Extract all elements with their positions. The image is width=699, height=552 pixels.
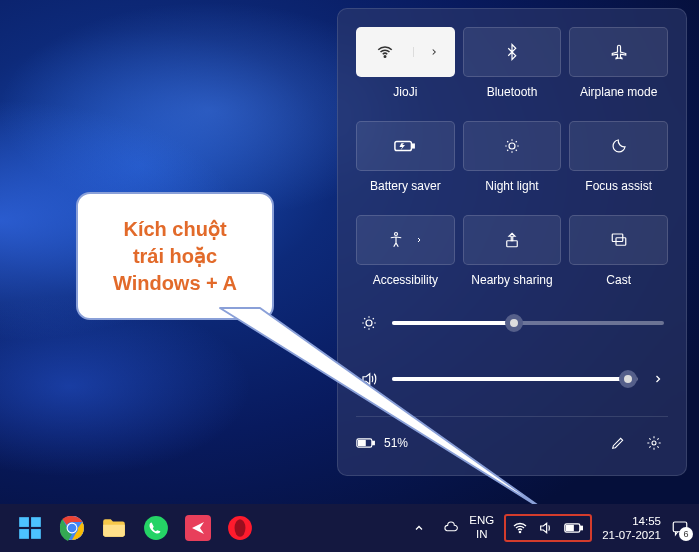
tile-nearby[interactable]: [463, 215, 562, 265]
desktop-wallpaper: JioJi Bluetooth Airplane mode Battery sa…: [0, 0, 699, 552]
callout-text-1: Kích chuột: [123, 218, 226, 240]
tile-focus[interactable]: [569, 121, 668, 171]
taskbar: ENG IN 14:55 21-07-2021 6: [0, 504, 699, 552]
svg-rect-2: [413, 144, 415, 148]
start-button[interactable]: [10, 508, 50, 548]
tile-label-focus: Focus assist: [585, 179, 652, 193]
svg-rect-17: [31, 529, 41, 539]
language-indicator[interactable]: ENG IN: [469, 514, 494, 542]
svg-rect-16: [19, 529, 29, 539]
tile-focus-wrap: Focus assist: [569, 121, 668, 193]
svg-rect-14: [19, 517, 29, 527]
whatsapp-app[interactable]: [136, 508, 176, 548]
tile-nightlight-wrap: Night light: [463, 121, 562, 193]
wifi-expand[interactable]: [413, 47, 454, 57]
tile-bluetooth[interactable]: [463, 27, 562, 77]
chevron-up-icon: [413, 522, 425, 534]
edit-button[interactable]: [604, 429, 632, 457]
svg-rect-27: [581, 526, 583, 529]
tile-label-bluetooth: Bluetooth: [487, 85, 538, 99]
notifications-button[interactable]: 6: [671, 519, 689, 537]
date-text: 21-07-2021: [602, 528, 661, 542]
svg-point-0: [384, 56, 386, 58]
send-icon: [185, 515, 211, 541]
svg-point-12: [652, 441, 656, 445]
gear-icon: [646, 435, 662, 451]
wifi-icon: [512, 520, 528, 536]
tile-airplane[interactable]: [569, 27, 668, 77]
svg-point-22: [144, 516, 168, 540]
tile-label-nightlight: Night light: [485, 179, 538, 193]
chevron-right-icon: [415, 236, 423, 244]
whatsapp-icon: [143, 515, 169, 541]
tile-wifi-wrap: JioJi: [356, 27, 455, 99]
chrome-icon: [59, 515, 85, 541]
folder-icon: [101, 515, 127, 541]
callout-arrow: [180, 290, 580, 520]
tile-batterysaver-wrap: Battery saver: [356, 121, 455, 193]
pencil-icon: [610, 435, 626, 451]
batterysaver-icon: [394, 138, 416, 154]
wifi-icon: [376, 43, 394, 61]
time-text: 14:55: [602, 514, 661, 528]
cast-icon: [610, 231, 628, 249]
network-volume-battery-group[interactable]: [504, 514, 592, 542]
callout-text-2: trái hoặc: [133, 245, 217, 267]
onedrive-icon[interactable]: [443, 520, 459, 536]
windows-start-icon: [17, 515, 43, 541]
settings-button[interactable]: [640, 429, 668, 457]
tile-nightlight[interactable]: [463, 121, 562, 171]
tile-cast-wrap: Cast: [569, 215, 668, 287]
tile-accessibility[interactable]: [356, 215, 455, 265]
tile-batterysaver[interactable]: [356, 121, 455, 171]
svg-point-25: [520, 531, 521, 532]
volume-icon: [538, 520, 554, 536]
system-tray: ENG IN 14:55 21-07-2021 6: [407, 508, 689, 548]
opera-icon: [227, 515, 253, 541]
svg-point-21: [68, 524, 77, 533]
focus-icon: [610, 137, 628, 155]
svg-point-3: [509, 143, 515, 149]
wifi-toggle[interactable]: [357, 43, 413, 61]
svg-rect-28: [567, 526, 574, 531]
bluetooth-icon: [503, 43, 521, 61]
tile-nearby-wrap: Nearby sharing: [463, 215, 562, 287]
tile-label-cast: Cast: [606, 273, 631, 287]
lang-secondary: IN: [469, 528, 494, 542]
tile-label-wifi: JioJi: [393, 85, 417, 99]
nearbyshare-icon: [503, 231, 521, 249]
tile-bluetooth-wrap: Bluetooth: [463, 27, 562, 99]
clock[interactable]: 14:55 21-07-2021: [602, 514, 661, 543]
tile-label-airplane: Airplane mode: [580, 85, 657, 99]
tile-wifi[interactable]: [356, 27, 455, 77]
accessibility-icon: [387, 231, 405, 249]
svg-rect-15: [31, 517, 41, 527]
svg-point-24: [235, 519, 246, 536]
svg-marker-13: [220, 308, 550, 514]
notification-count: 6: [679, 527, 693, 541]
quick-settings-tiles: JioJi Bluetooth Airplane mode Battery sa…: [356, 27, 668, 301]
send-app[interactable]: [178, 508, 218, 548]
tile-airplane-wrap: Airplane mode: [569, 27, 668, 99]
file-explorer-app[interactable]: [94, 508, 134, 548]
svg-rect-5: [507, 241, 518, 247]
airplane-icon: [610, 43, 628, 61]
svg-point-4: [395, 233, 398, 236]
chevron-right-icon: [429, 47, 439, 57]
battery-icon: [564, 521, 584, 535]
tile-label-batterysaver: Battery saver: [370, 179, 441, 193]
tile-accessibility-wrap: Accessibility: [356, 215, 455, 287]
tray-overflow[interactable]: [407, 508, 431, 548]
chrome-app[interactable]: [52, 508, 92, 548]
opera-app[interactable]: [220, 508, 260, 548]
nightlight-icon: [503, 137, 521, 155]
tile-cast[interactable]: [569, 215, 668, 265]
tile-label-accessibility: Accessibility: [373, 273, 438, 287]
chevron-right-icon[interactable]: [652, 373, 664, 385]
lang-primary: ENG: [469, 514, 494, 528]
tile-label-nearby: Nearby sharing: [471, 273, 552, 287]
